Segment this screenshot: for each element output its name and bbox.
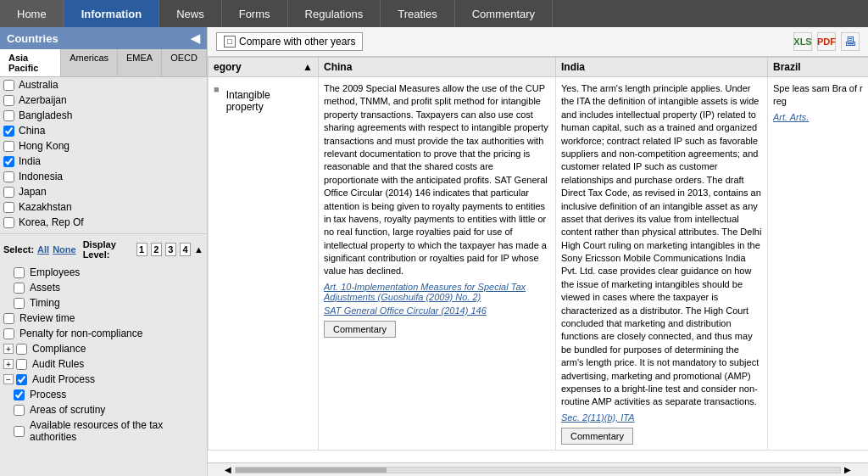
level-4[interactable]: 4 — [180, 243, 191, 256]
select-none[interactable]: None — [53, 244, 76, 255]
cell-brazil: Spe leas sam Bra of r reg Art. Arts. — [768, 77, 869, 451]
nav-commentary[interactable]: Commentary — [455, 0, 553, 27]
country-kazakhstan-checkbox[interactable] — [3, 202, 14, 213]
tree-penalty[interactable]: Penalty for non-compliance — [0, 326, 207, 341]
compare-button[interactable]: □ Compare with other years — [216, 32, 363, 51]
tree-audit-process-checkbox[interactable] — [16, 374, 27, 385]
sidebar-title: Countries — [7, 32, 58, 45]
tree-areas-scrutiny-checkbox[interactable] — [14, 405, 25, 416]
sidebar-collapse-icon[interactable]: ◀ — [191, 31, 200, 45]
china-commentary-button[interactable]: Commentary — [324, 321, 396, 338]
scrollbar-thumb[interactable] — [236, 468, 387, 473]
scroll-up-btn[interactable]: ▲ — [194, 244, 203, 255]
tab-oecd[interactable]: OECD — [162, 49, 207, 76]
level-1[interactable]: 1 — [136, 243, 147, 256]
tree-audit-process-expander[interactable]: − — [3, 374, 14, 384]
country-australia[interactable]: Australia — [0, 77, 207, 92]
country-azerbaijan-label: Azerbaijan — [19, 94, 67, 106]
tree-employees[interactable]: Employees — [0, 265, 207, 280]
tree-process-checkbox[interactable] — [14, 389, 25, 400]
nav-news[interactable]: News — [159, 0, 222, 27]
country-hong-kong-label: Hong Kong — [19, 140, 70, 152]
col-header-category: ▲ egory — [209, 58, 319, 77]
nav-home[interactable]: Home — [0, 0, 64, 27]
country-bangladesh-checkbox[interactable] — [3, 110, 14, 121]
select-all[interactable]: All — [37, 244, 49, 255]
horizontal-scrollbar: ◀ ▶ — [208, 462, 868, 476]
nav-information[interactable]: Information — [64, 0, 160, 27]
china-link1[interactable]: Art. 10-Implementation Measures for Spec… — [324, 282, 550, 302]
brazil-link[interactable]: Art. Arts. — [773, 112, 868, 122]
scroll-right-arrow[interactable]: ▶ — [841, 463, 854, 477]
tree-review-time-checkbox[interactable] — [3, 313, 14, 324]
table-row: ■ Intangible property The 2009 Special M… — [209, 77, 869, 451]
country-kazakhstan-label: Kazakhstan — [19, 201, 72, 213]
tree-compliance-label: Compliance — [32, 343, 86, 355]
tree-audit-rules-expander[interactable]: + — [3, 359, 14, 369]
tree-available-resources-checkbox[interactable] — [14, 426, 25, 437]
tree-process[interactable]: Process — [0, 387, 207, 402]
tree-assets-checkbox[interactable] — [14, 283, 25, 294]
table-container: ▲ egory China India Brazil ■ Intangib — [208, 57, 868, 462]
tree-areas-scrutiny[interactable]: Areas of scrutiny — [0, 402, 207, 417]
tree-audit-rules-label: Audit Rules — [32, 358, 84, 370]
tree-timing-label: Timing — [30, 297, 60, 309]
tree-penalty-checkbox[interactable] — [3, 328, 14, 339]
china-link2[interactable]: SAT General Office Circular (2014) 146 — [324, 305, 550, 316]
tree-audit-process[interactable]: − Audit Process — [0, 372, 207, 387]
content-toolbar: □ Compare with other years XLS PDF 🖶 — [208, 27, 868, 57]
content-area: □ Compare with other years XLS PDF 🖶 ▲ e… — [208, 27, 868, 476]
country-hong-kong-checkbox[interactable] — [3, 141, 14, 152]
tab-asia-pacific[interactable]: Asia Pacific — [0, 49, 61, 76]
export-pdf-icon[interactable]: PDF — [817, 32, 836, 51]
country-australia-checkbox[interactable] — [3, 80, 14, 91]
scroll-left-arrow[interactable]: ◀ — [221, 463, 235, 477]
tree-assets[interactable]: Assets — [0, 280, 207, 295]
export-xls-icon[interactable]: XLS — [793, 32, 812, 51]
tab-americas[interactable]: Americas — [61, 49, 118, 76]
country-china[interactable]: China — [0, 123, 207, 138]
country-indonesia-checkbox[interactable] — [3, 171, 14, 182]
country-indonesia-label: Indonesia — [19, 171, 63, 182]
tree-employees-checkbox[interactable] — [14, 267, 25, 278]
tree-compliance-checkbox[interactable] — [16, 344, 27, 355]
country-japan[interactable]: Japan — [0, 184, 207, 199]
country-kazakhstan[interactable]: Kazakhstan — [0, 199, 207, 215]
compare-icon: □ — [224, 36, 236, 48]
country-azerbaijan-checkbox[interactable] — [3, 95, 14, 106]
nav-regulations[interactable]: Regulations — [288, 0, 381, 27]
tree-audit-rules[interactable]: + Audit Rules — [0, 356, 207, 372]
country-china-checkbox[interactable] — [3, 126, 14, 137]
nav-treaties[interactable]: Treaties — [381, 0, 454, 27]
country-india[interactable]: India — [0, 154, 207, 169]
level-2[interactable]: 2 — [151, 243, 162, 256]
country-azerbaijan[interactable]: Azerbaijan — [0, 92, 207, 108]
india-link[interactable]: Sec. 2(11)(b), ITA — [561, 412, 762, 423]
tree-timing-checkbox[interactable] — [14, 298, 25, 309]
scroll-up-table[interactable]: ▲ — [303, 61, 313, 73]
country-australia-label: Australia — [19, 79, 58, 91]
country-korea[interactable]: Korea, Rep Of — [0, 215, 207, 230]
country-list: Australia Azerbaijan Bangladesh China Ho… — [0, 77, 207, 476]
print-icon[interactable]: 🖶 — [841, 32, 860, 51]
sidebar-tabs: Asia Pacific Americas EMEA OECD — [0, 49, 207, 77]
india-commentary-button[interactable]: Commentary — [561, 428, 633, 445]
country-japan-checkbox[interactable] — [3, 187, 14, 198]
country-hong-kong[interactable]: Hong Kong — [0, 138, 207, 154]
india-text: Yes. The arm's length principle applies.… — [561, 82, 762, 409]
china-text: The 2009 Special Measures allow the use … — [324, 82, 550, 278]
country-india-checkbox[interactable] — [3, 156, 14, 167]
tree-available-resources[interactable]: Available resources of the tax authoriti… — [0, 417, 207, 445]
country-korea-checkbox[interactable] — [3, 217, 14, 228]
tree-timing[interactable]: Timing — [0, 295, 207, 311]
level-3[interactable]: 3 — [165, 243, 176, 256]
tree-audit-rules-checkbox[interactable] — [16, 359, 27, 370]
tree-compliance[interactable]: + Compliance — [0, 341, 207, 356]
scrollbar-track[interactable] — [235, 467, 841, 473]
country-indonesia[interactable]: Indonesia — [0, 169, 207, 184]
tree-compliance-expander[interactable]: + — [3, 344, 14, 354]
nav-forms[interactable]: Forms — [222, 0, 288, 27]
tree-review-time[interactable]: Review time — [0, 311, 207, 326]
tab-emea[interactable]: EMEA — [118, 49, 162, 76]
country-bangladesh[interactable]: Bangladesh — [0, 108, 207, 123]
